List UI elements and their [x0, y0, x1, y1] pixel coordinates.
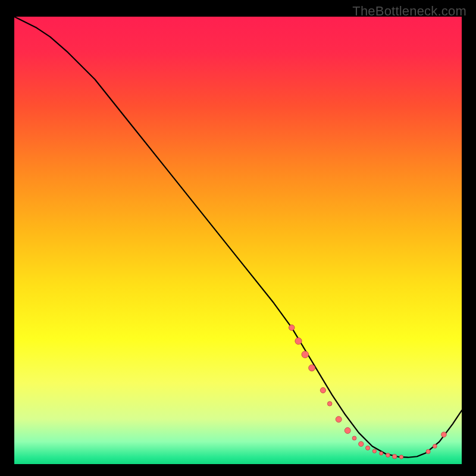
data-point: [426, 449, 430, 453]
data-point: [320, 387, 325, 393]
data-point: [352, 436, 356, 440]
data-point: [302, 351, 309, 358]
watermark-label: TheBottleneck.com: [352, 4, 466, 19]
data-point: [441, 432, 447, 437]
data-point: [365, 446, 369, 450]
data-point: [372, 449, 376, 453]
chart-container: TheBottleneck.com: [0, 0, 476, 476]
data-point: [392, 454, 397, 459]
data-point: [336, 416, 342, 422]
data-point: [359, 441, 364, 446]
chart-svg: [14, 17, 462, 464]
data-point: [289, 325, 295, 331]
data-point: [327, 402, 332, 406]
data-point: [380, 452, 383, 455]
data-point: [386, 453, 390, 458]
plot-area: [14, 17, 462, 464]
chart-background: [14, 17, 462, 464]
data-point: [399, 455, 403, 459]
data-point: [295, 338, 302, 345]
data-point: [433, 444, 437, 449]
data-point: [309, 365, 315, 371]
data-point: [345, 428, 350, 434]
